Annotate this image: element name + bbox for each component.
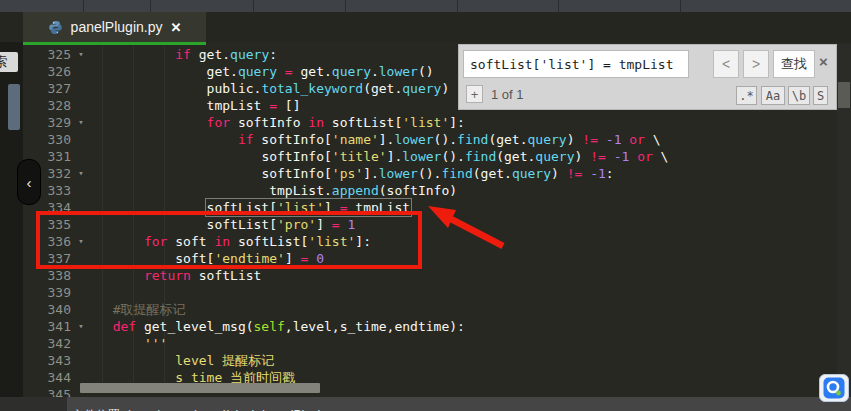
code-line[interactable]: 341▾ def get_level_msg(self,level,s_time… [23,318,837,335]
code-line[interactable]: 338 return softList [23,267,837,284]
rail-scrollbar-thumb[interactable] [8,84,20,130]
code-text: for softInfo in softList['list']: [97,114,465,131]
tab-panelplugin[interactable]: panelPlugin.py ✕ [23,12,206,42]
regex-option-button[interactable]: .* [736,86,757,105]
fold-spacer [73,284,89,301]
selection-option-button[interactable]: S [813,86,828,105]
code-line[interactable]: 336▾ for soft in softList['list']: [23,233,837,250]
code-line[interactable]: 340 #取提醒标记 [23,301,837,318]
line-number: 342 [23,335,73,352]
fold-spacer [73,80,89,97]
code-line[interactable]: 330 if softInfo['name'].lower().find(get… [23,131,837,148]
code-text: tmpList = [] [97,97,301,114]
code-text: tmpList.append(softInfo) [97,182,457,199]
code-line[interactable]: 339 [23,284,837,301]
code-text: def get_level_msg(self,level,s_time,endt… [97,318,465,335]
top-strip-separator [558,0,559,12]
find-result-count: 1 of 1 [491,87,524,102]
fold-spacer [73,63,89,80]
line-number: 340 [23,301,73,318]
line-number: 341 [23,318,73,335]
fold-arrow-icon[interactable]: ▾ [73,165,89,182]
code-line[interactable]: 329▾ for softInfo in softList['list']: [23,114,837,131]
line-number: 330 [23,131,73,148]
vertical-scrollbar-thumb[interactable] [838,82,850,108]
status-bar: 文件位置: /www/server/panel/plugin/panelPlug… [0,397,851,411]
line-number: 339 [23,284,73,301]
python-icon [48,20,63,35]
find-add-button[interactable]: + [466,85,483,103]
code-text: get.query = get.query.lower() [97,63,434,80]
code-line[interactable]: 342 ''' [23,335,837,352]
whole-word-option-button[interactable]: \b [788,86,810,105]
top-strip-separator [150,0,151,12]
top-strip-separator [680,0,681,12]
fold-spacer [73,335,89,352]
fold-arrow-icon[interactable]: ▾ [73,318,89,335]
top-strip-separator [457,0,458,12]
code-line[interactable]: 331 softInfo['title'].lower().find(get.q… [23,148,837,165]
status-bar-left-segment [0,397,67,411]
code-text: softList['list'] = tmpList [97,199,410,216]
status-clipped-text: 文件位置: /www/server/panel/plugin/panelPlug… [72,407,343,411]
find-button[interactable]: 查找 [773,50,815,78]
fold-spacer [73,216,89,233]
code-line[interactable]: 335 softList['pro'] = 1 [23,216,837,233]
tab-close-icon[interactable]: ✕ [170,20,181,35]
code-text: return softList [97,267,261,284]
search-panel-tag[interactable]: 索 [0,52,18,72]
code-text: softInfo['title'].lower().find(get.query… [97,148,668,165]
fold-spacer [73,182,89,199]
code-text: if get.query: [97,46,277,63]
code-text: softInfo['ps'].lower().find(get.query) !… [97,165,614,182]
line-number: 344 [23,369,73,386]
fold-spacer [73,352,89,369]
horizontal-scrollbar-thumb[interactable] [80,383,320,393]
code-line[interactable]: 343 level 提醒标记 [23,352,837,369]
fold-spacer [73,131,89,148]
find-input[interactable] [463,50,689,78]
code-text: for soft in softList['list']: [97,233,371,250]
top-strip-separator [253,0,254,12]
tab-title: panelPlugin.py [71,19,163,35]
line-number: 329 [23,114,73,131]
find-prev-button[interactable]: < [713,50,739,78]
fold-spacer [73,97,89,114]
fold-arrow-icon[interactable]: ▾ [73,233,89,250]
match-case-option-button[interactable]: Aa [761,86,785,105]
sidebar-collapse-button[interactable]: ‹ [17,159,41,205]
chevron-left-icon: ‹ [27,174,32,191]
line-number: 337 [23,250,73,267]
code-line[interactable]: 334 softList['list'] = tmpList [23,199,837,216]
fold-arrow-icon[interactable]: ▾ [73,46,89,63]
line-number: 343 [23,352,73,369]
vertical-scrollbar-track[interactable] [837,44,851,397]
chevron-right-icon: > [752,56,760,72]
fold-arrow-icon[interactable]: ▾ [73,114,89,131]
line-number: 336 [23,233,73,250]
magnifier-icon [823,377,845,399]
fold-spacer [73,301,89,318]
code-line[interactable]: 332▾ softInfo['ps'].lower().find(get.que… [23,165,837,182]
code-line[interactable]: 333 tmpList.append(softInfo) [23,182,837,199]
top-strip [0,0,851,12]
fold-spacer [73,199,89,216]
top-strip-separator [83,0,84,12]
chevron-left-icon: < [722,56,730,72]
find-next-button[interactable]: > [743,50,769,78]
floating-search-tool-button[interactable] [819,374,849,402]
line-number: 335 [23,216,73,233]
code-line[interactable]: 337 soft['endtime'] = 0 [23,250,837,267]
editor-window: panelPlugin.py ✕ 索 ‹ 325▾ if get.query:3… [0,0,851,411]
fold-spacer [73,250,89,267]
line-number: 326 [23,63,73,80]
code-text: public.total_keyword(get.query) [97,80,449,97]
code-text: ''' [97,335,167,352]
line-number: 338 [23,267,73,284]
line-number: 345 [23,386,73,397]
code-text: softList['pro'] = 1 [97,216,355,233]
find-close-icon[interactable]: × [819,53,828,70]
find-widget: < > 查找 × + 1 of 1 .* Aa \b S [458,44,837,110]
fold-spacer [73,267,89,284]
code-text: level 提醒标记 [97,352,274,369]
